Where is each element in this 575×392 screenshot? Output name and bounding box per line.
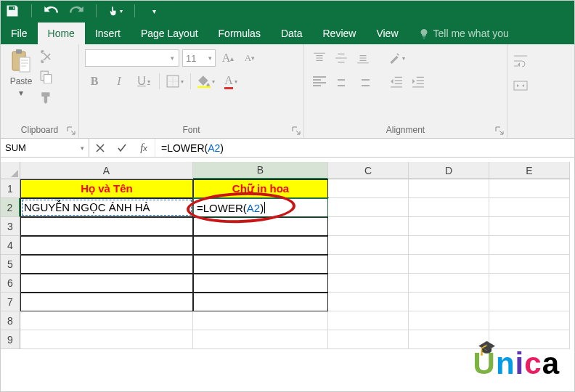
redo-icon[interactable] [70, 4, 84, 18]
cell-b7[interactable] [193, 293, 328, 311]
tab-file[interactable]: File [1, 23, 38, 44]
cell-d5[interactable] [409, 255, 489, 274]
cell-e3[interactable] [489, 217, 570, 236]
cell-d3[interactable] [409, 217, 489, 236]
tab-page-layout[interactable]: Page Layout [131, 23, 208, 44]
fill-color-button[interactable]: ▾ [197, 72, 216, 91]
row-header-5[interactable]: 5 [1, 255, 20, 274]
customize-qat-icon[interactable]: ▾ [147, 4, 161, 18]
underline-button[interactable]: U▾ [134, 72, 153, 91]
col-header-c[interactable]: C [328, 162, 409, 179]
row-header-2[interactable]: 2 [1, 198, 20, 217]
cell-c3[interactable] [328, 217, 409, 236]
cell-d8[interactable] [409, 311, 489, 330]
col-header-d[interactable]: D [409, 162, 489, 179]
cancel-button[interactable] [89, 143, 111, 153]
insert-function-button[interactable]: fx [133, 142, 155, 154]
cell-b6[interactable] [193, 274, 328, 293]
formula-input[interactable]: =LOWER(A2) [155, 139, 574, 157]
cell-d2[interactable] [409, 198, 489, 217]
align-right-button[interactable] [354, 72, 372, 91]
cell-c6[interactable] [328, 274, 409, 293]
row-header-9[interactable]: 9 [1, 330, 20, 349]
cell-a6[interactable] [20, 274, 193, 293]
row-header-3[interactable]: 3 [1, 217, 20, 236]
dialog-launcher-icon[interactable] [494, 126, 505, 136]
cell-a8[interactable] [20, 311, 193, 330]
cell-a2[interactable]: NGUYỄN NGỌC ÁNH HÀ [20, 198, 193, 217]
cell-d7[interactable] [409, 293, 489, 311]
decrease-font-button[interactable]: A▾ [240, 49, 259, 68]
cell-c2[interactable] [328, 198, 409, 217]
cell-c8[interactable] [328, 311, 409, 330]
cell-a9[interactable] [20, 330, 193, 349]
row-header-7[interactable]: 7 [1, 293, 20, 311]
copy-button[interactable] [38, 69, 54, 85]
col-header-b[interactable]: B [193, 162, 328, 179]
row-header-4[interactable]: 4 [1, 236, 20, 255]
row-header-8[interactable]: 8 [1, 311, 20, 330]
row-header-6[interactable]: 6 [1, 274, 20, 293]
cell-b2[interactable]: =LOWER(A2) [193, 198, 328, 217]
cell-b4[interactable] [193, 236, 328, 255]
cell-c4[interactable] [328, 236, 409, 255]
decrease-indent-button[interactable] [387, 72, 406, 91]
align-left-button[interactable] [310, 72, 329, 91]
dialog-launcher-icon[interactable] [66, 126, 76, 136]
enter-button[interactable] [111, 143, 133, 153]
cell-a7[interactable] [20, 293, 193, 311]
cell-d6[interactable] [409, 274, 489, 293]
align-middle-button[interactable] [332, 49, 351, 68]
cell-e7[interactable] [489, 293, 570, 311]
cell-a5[interactable] [20, 255, 193, 274]
col-header-e[interactable]: E [489, 162, 570, 179]
name-box[interactable]: SUM ▾ [1, 139, 89, 157]
cell-c5[interactable] [328, 255, 409, 274]
orientation-button[interactable]: ▾ [387, 49, 406, 68]
cell-d4[interactable] [409, 236, 489, 255]
wrap-text-button[interactable] [513, 52, 554, 70]
tab-view[interactable]: View [366, 23, 408, 44]
borders-button[interactable]: ▾ [166, 72, 184, 91]
increase-font-button[interactable]: A▴ [219, 49, 237, 68]
cut-button[interactable] [38, 49, 54, 65]
col-header-a[interactable]: A [20, 162, 193, 179]
cell-e4[interactable] [489, 236, 570, 255]
cell-e5[interactable] [489, 255, 570, 274]
tab-home[interactable]: Home [38, 23, 85, 44]
row-header-1[interactable]: 1 [1, 179, 20, 198]
tab-review[interactable]: Review [313, 23, 367, 44]
cell-a3[interactable] [20, 217, 193, 236]
cell-b8[interactable] [193, 311, 328, 330]
tab-insert[interactable]: Insert [85, 23, 131, 44]
increase-indent-button[interactable] [409, 72, 428, 91]
cell-b1[interactable]: Chữ in hoa [193, 179, 328, 198]
align-center-button[interactable] [332, 72, 351, 91]
cell-e6[interactable] [489, 274, 570, 293]
cell-e1[interactable] [489, 179, 570, 198]
undo-icon[interactable] [44, 4, 58, 18]
cell-e8[interactable] [489, 311, 570, 330]
tab-formulas[interactable]: Formulas [208, 23, 271, 44]
paste-button[interactable]: Paste ▾ [7, 49, 36, 98]
cell-c1[interactable] [328, 179, 409, 198]
cell-a4[interactable] [20, 236, 193, 255]
cell-b3[interactable] [193, 217, 328, 236]
italic-button[interactable]: I [110, 72, 129, 91]
bold-button[interactable]: B [85, 72, 104, 91]
cell-d1[interactable] [409, 179, 489, 198]
merge-center-button[interactable] [513, 76, 554, 95]
select-all-button[interactable] [1, 162, 20, 179]
tell-me-search[interactable]: Tell me what you [409, 23, 519, 44]
format-painter-button[interactable] [38, 89, 54, 105]
dialog-launcher-icon[interactable] [291, 126, 301, 136]
align-top-button[interactable] [310, 49, 329, 68]
cell-b9[interactable] [193, 330, 328, 349]
save-icon[interactable] [5, 4, 20, 18]
tab-data[interactable]: Data [271, 23, 313, 44]
font-name-dropdown[interactable]: ▾ [85, 49, 179, 67]
font-color-button[interactable]: A▾ [221, 72, 240, 91]
cell-a1[interactable]: Họ và Tên [20, 179, 193, 198]
cell-c9[interactable] [328, 330, 409, 349]
cell-b5[interactable] [193, 255, 328, 274]
